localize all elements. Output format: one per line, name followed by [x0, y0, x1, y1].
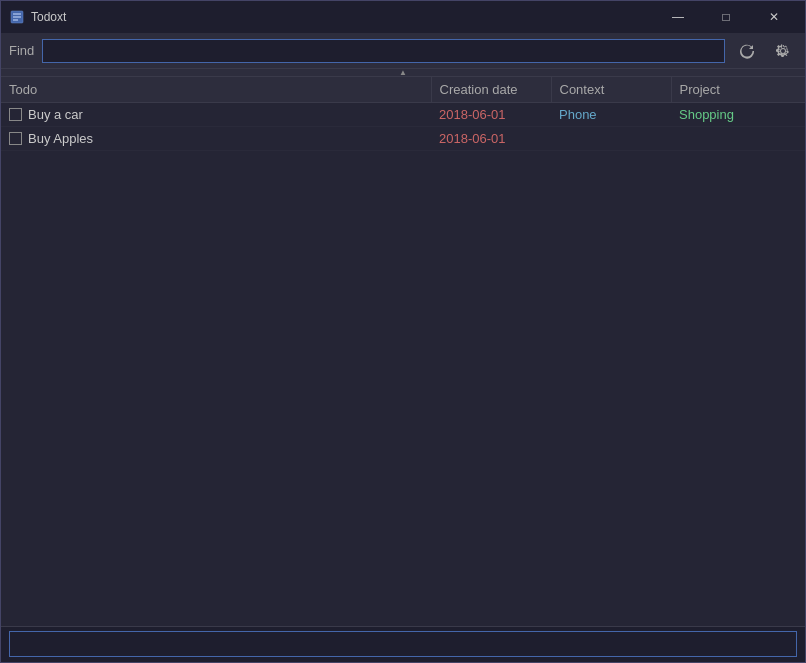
- col-header-context[interactable]: Context: [551, 77, 671, 103]
- close-button[interactable]: ✕: [751, 1, 797, 33]
- main-window: Todoxt — □ ✕ Find ▲: [0, 0, 806, 663]
- context-cell: Phone: [551, 103, 671, 127]
- project-cell: [671, 127, 805, 151]
- todo-cell: Buy a car: [1, 103, 431, 127]
- refresh-button[interactable]: [733, 37, 761, 65]
- bottom-bar: [1, 626, 805, 662]
- project-text: Shopping: [679, 107, 734, 122]
- todo-checkbox[interactable]: [9, 108, 22, 121]
- date-cell: 2018-06-01: [431, 103, 551, 127]
- collapse-bar[interactable]: ▲: [1, 69, 805, 77]
- find-input[interactable]: [42, 39, 725, 63]
- context-cell: [551, 127, 671, 151]
- date-text: 2018-06-01: [439, 131, 506, 146]
- minimize-button[interactable]: —: [655, 1, 701, 33]
- maximize-button[interactable]: □: [703, 1, 749, 33]
- table-row[interactable]: Buy a car2018-06-01PhoneShopping: [1, 103, 805, 127]
- app-icon: [9, 9, 25, 25]
- col-header-todo[interactable]: Todo: [1, 77, 431, 103]
- window-title: Todoxt: [31, 10, 655, 24]
- todo-table-container[interactable]: Todo Creation date Context Project Buy a…: [1, 77, 805, 626]
- table-header-row: Todo Creation date Context Project: [1, 77, 805, 103]
- find-label: Find: [9, 43, 34, 58]
- context-text: Phone: [559, 107, 597, 122]
- todo-table: Todo Creation date Context Project Buy a…: [1, 77, 805, 151]
- todo-cell: Buy Apples: [1, 127, 431, 151]
- project-cell: Shopping: [671, 103, 805, 127]
- window-controls: — □ ✕: [655, 1, 797, 33]
- toolbar: Find: [1, 33, 805, 69]
- todo-text: Buy a car: [28, 107, 83, 122]
- bottom-input[interactable]: [9, 631, 797, 657]
- todo-text: Buy Apples: [28, 131, 93, 146]
- title-bar: Todoxt — □ ✕: [1, 1, 805, 33]
- col-header-project[interactable]: Project: [671, 77, 805, 103]
- date-text: 2018-06-01: [439, 107, 506, 122]
- settings-button[interactable]: [769, 37, 797, 65]
- date-cell: 2018-06-01: [431, 127, 551, 151]
- collapse-arrow-icon: ▲: [399, 68, 407, 77]
- col-header-date[interactable]: Creation date: [431, 77, 551, 103]
- table-row[interactable]: Buy Apples2018-06-01: [1, 127, 805, 151]
- todo-checkbox[interactable]: [9, 132, 22, 145]
